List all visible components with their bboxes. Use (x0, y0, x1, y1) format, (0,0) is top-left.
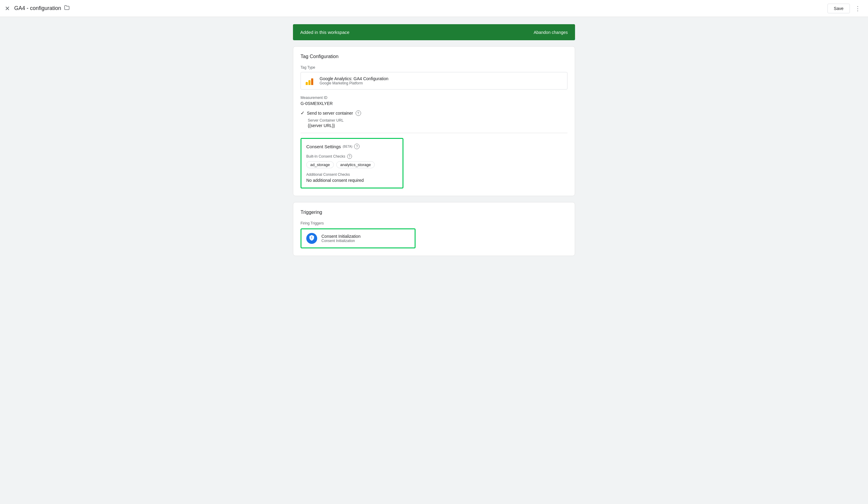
tag-type-info: Google Analytics: GA4 Configuration Goog… (320, 76, 388, 85)
builtin-consent-label: Built-In Consent Checks (306, 154, 345, 158)
server-container-url-label: Server Container URL (308, 118, 567, 123)
send-server-row: ✓ Send to server container ? (301, 110, 567, 116)
abandon-changes-button[interactable]: Abandon changes (534, 30, 568, 35)
builtin-row: Built-In Consent Checks ? (306, 154, 398, 159)
more-icon[interactable]: ⋮ (852, 3, 863, 14)
page-title: GA4 - configuration (14, 5, 61, 11)
banner-text: Added in this workspace (300, 30, 350, 35)
chip-analytics-storage: analytics_storage (336, 161, 375, 168)
trigger-name: Consent Initialization (321, 234, 360, 239)
tag-type-box[interactable]: Google Analytics: GA4 Configuration Goog… (301, 72, 567, 90)
builtin-help-icon[interactable]: ? (347, 154, 352, 159)
consent-settings-title: Consent Settings (306, 144, 341, 149)
folder-icon[interactable] (64, 5, 70, 12)
close-icon[interactable]: ✕ (4, 4, 11, 13)
send-server-help-icon[interactable]: ? (355, 111, 361, 116)
additional-consent-value: No additional consent required (306, 178, 398, 183)
topbar-right: Save ⋮ (827, 3, 863, 14)
workspace-banner: Added in this workspace Abandon changes (293, 24, 575, 40)
server-container-url-value: {{server URL}} (308, 123, 567, 128)
trigger-item[interactable]: Consent Initialization Consent Initializ… (301, 228, 415, 248)
topbar: ✕ GA4 - configuration Save ⋮ (0, 0, 868, 17)
check-icon: ✓ (301, 110, 304, 116)
tag-type-name: Google Analytics: GA4 Configuration (320, 76, 388, 81)
tag-configuration-card: Tag Configuration Tag Type Google Analyt… (293, 46, 575, 196)
send-server-text: Send to server container (307, 111, 353, 116)
beta-badge: (BETA) (343, 145, 352, 148)
tag-type-platform: Google Marketing Platform (320, 81, 388, 85)
save-button[interactable]: Save (827, 4, 850, 13)
trigger-info: Consent Initialization Consent Initializ… (321, 234, 360, 243)
ga4-icon (306, 76, 316, 86)
consent-chips: ad_storage analytics_storage (306, 161, 398, 168)
tag-config-title: Tag Configuration (301, 54, 567, 59)
divider (301, 133, 567, 133)
firing-triggers-label: Firing Triggers (301, 221, 567, 225)
triggering-card: Triggering Firing Triggers Consent Initi… (293, 202, 575, 256)
main-content: Added in this workspace Abandon changes … (286, 24, 582, 256)
consent-settings-section: Consent Settings (BETA) ? Built-In Conse… (301, 138, 403, 188)
additional-consent-label: Additional Consent Checks (306, 172, 398, 177)
consent-title-row: Consent Settings (BETA) ? (306, 144, 398, 149)
consent-help-icon[interactable]: ? (354, 144, 360, 149)
chip-ad-storage: ad_storage (306, 161, 334, 168)
consent-init-icon (309, 235, 315, 242)
tag-type-label: Tag Type (301, 65, 567, 70)
trigger-sub: Consent Initialization (321, 239, 360, 243)
topbar-left: ✕ GA4 - configuration (4, 4, 70, 13)
triggering-title: Triggering (301, 210, 567, 215)
trigger-icon-wrap (306, 233, 317, 244)
measurement-id-label: Measurement ID (301, 96, 567, 100)
measurement-id-value: G-0SME9XLYER (301, 101, 567, 106)
